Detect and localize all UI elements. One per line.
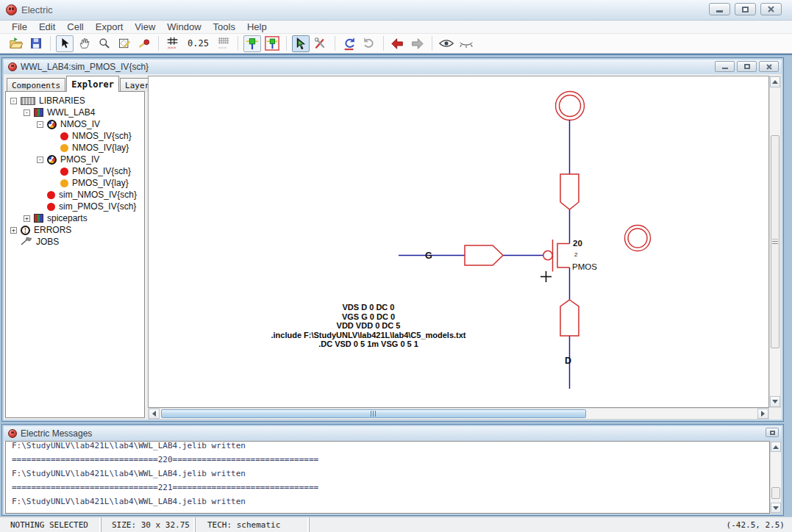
schematic-restore-button[interactable]: [737, 61, 757, 72]
collapse-toggle[interactable]: -: [10, 98, 17, 104]
tree-item-sim-nmos-iv-sch[interactable]: sim_NMOS_IV{sch}: [6, 189, 144, 201]
measure-icon[interactable]: [135, 35, 153, 52]
menu-cell[interactable]: Cell: [61, 21, 89, 32]
messages-vertical-scrollbar[interactable]: [770, 441, 782, 514]
collapse-toggle[interactable]: -: [37, 121, 43, 128]
scroll-right-button[interactable]: [757, 409, 768, 419]
menu-window[interactable]: Window: [161, 21, 207, 32]
pan-hand-icon[interactable]: [76, 35, 93, 52]
collapse-toggle[interactable]: -: [24, 109, 30, 116]
tree-item-errors[interactable]: +!ERRORS: [6, 224, 144, 236]
canvas-horizontal-scrollbar[interactable]: [148, 408, 769, 420]
schematic-canvas[interactable]: G 20 2 PMOS D VDS D 0 DC 0 VGS G 0 DC 0 …: [148, 76, 769, 408]
schematic-minimize-button[interactable]: [715, 61, 735, 72]
tree-item-pmos-iv-sch[interactable]: PMOS_IV{sch}: [6, 165, 144, 177]
tab-explorer[interactable]: Explorer: [66, 76, 119, 92]
expand-toggle[interactable]: +: [10, 227, 17, 234]
select-cursor-icon[interactable]: [56, 35, 74, 52]
menu-edit[interactable]: Edit: [33, 21, 61, 32]
status-technology: TECH: schematic: [195, 517, 309, 532]
scroll-up-button[interactable]: [770, 76, 780, 87]
drain-label[interactable]: D: [565, 356, 571, 366]
tree-item-nmos-iv-lay[interactable]: NMOS_IV{lay}: [6, 142, 144, 154]
menu-file[interactable]: File: [6, 21, 33, 32]
export-pin-icon[interactable]: [243, 35, 261, 52]
pmos-transistor[interactable]: [543, 240, 570, 272]
collapse-toggle[interactable]: -: [37, 157, 43, 163]
undo-icon[interactable]: [340, 35, 358, 52]
scroll-up-button[interactable]: [771, 442, 781, 452]
library-icon: [34, 214, 43, 223]
tree-item-libraries[interactable]: -LIBRARIES: [6, 95, 144, 107]
messages-restore-button[interactable]: [766, 428, 779, 437]
messages-title-bar[interactable]: Electric Messages: [4, 426, 782, 441]
message-line: F:\StudyUNLV\lab421L\lab4\WWL_LAB4.jelib…: [12, 441, 769, 453]
schematic-close-button[interactable]: [759, 61, 779, 72]
minimize-icon: [716, 10, 723, 12]
tree-item-pmos-iv[interactable]: -PMOS_IV: [6, 154, 144, 165]
menu-export[interactable]: Export: [90, 21, 129, 32]
tree-item-nmos-iv[interactable]: -NMOS_IV: [6, 118, 144, 130]
export-pin-frame-icon[interactable]: [263, 35, 281, 52]
scroll-left-button[interactable]: [149, 409, 160, 419]
arrow-up-icon: [772, 80, 778, 84]
tree-item-label: ERRORS: [34, 225, 71, 235]
tree-item-label: JOBS: [36, 237, 59, 247]
preferences-tools-icon[interactable]: [312, 35, 329, 52]
go-forward-icon[interactable]: [409, 35, 427, 52]
expand-toggle[interactable]: +: [24, 215, 30, 222]
scroll-down-button[interactable]: [771, 503, 781, 513]
gate-export-arrow: [465, 245, 503, 265]
arrow-left-icon: [152, 411, 156, 417]
menu-help[interactable]: Help: [241, 21, 273, 32]
zoom-icon[interactable]: [96, 35, 113, 52]
cellgroup-icon: [47, 120, 57, 129]
spare-power-symbol[interactable]: [625, 226, 651, 251]
tree-item-wwl-lab4[interactable]: -WWL_LAB4: [6, 107, 144, 118]
tree-item-label: sim_NMOS_IV{sch}: [59, 190, 137, 200]
side-panel: Components Explorer Layers -LIBRARIES-WW…: [5, 76, 146, 420]
menu-tools[interactable]: Tools: [207, 21, 241, 32]
power-symbol[interactable]: [556, 92, 585, 121]
menu-view[interactable]: View: [129, 21, 161, 32]
vertical-scroll-thumb[interactable]: [771, 487, 780, 499]
expand-display-eye-icon[interactable]: [438, 35, 455, 52]
toolbar: >>> 0.25 <<<: [0, 34, 792, 54]
outline-edit-icon[interactable]: [115, 35, 133, 52]
restore-button[interactable]: [735, 3, 756, 15]
minimize-button[interactable]: [709, 3, 730, 15]
schematic-window-title-bar[interactable]: WWL_LAB4:sim_PMOS_IV{sch}: [4, 60, 782, 74]
message-line: ==============================220=======…: [12, 453, 769, 467]
tree-item-spiceparts[interactable]: +spiceparts: [6, 212, 144, 224]
collapse-display-eye-closed-icon[interactable]: [457, 35, 475, 52]
length-label[interactable]: 2: [574, 251, 578, 258]
spice-annotation[interactable]: VDS D 0 DC 0 VGS G 0 DC 0 VDD VDD 0 DC 5…: [271, 303, 465, 348]
sch-icon: [60, 132, 68, 140]
vdd-export-arrow: [560, 174, 579, 209]
grid-fine-icon[interactable]: <<<: [215, 35, 232, 52]
close-button[interactable]: [760, 3, 782, 15]
title-bar[interactable]: Electric: [0, 0, 792, 21]
tree-item-jobs[interactable]: JOBS: [6, 236, 144, 248]
grid-size-value[interactable]: 0.25: [184, 38, 213, 48]
messages-list[interactable]: F:\StudyUNLV\lab421L\lab4\WWL_LAB4.jelib…: [5, 441, 770, 514]
scroll-down-button[interactable]: [770, 396, 780, 407]
horizontal-scroll-thumb[interactable]: [161, 409, 586, 418]
device-label[interactable]: PMOS: [572, 262, 597, 271]
mdi-area: WWL_LAB4:sim_PMOS_IV{sch} Components Exp…: [0, 54, 792, 517]
tree-item-sim-pmos-iv-sch[interactable]: sim_PMOS_IV{sch}: [6, 201, 144, 212]
open-library-icon[interactable]: [7, 35, 25, 52]
gate-label[interactable]: G: [425, 251, 432, 261]
tree-item-nmos-iv-sch[interactable]: NMOS_IV{sch}: [6, 130, 144, 142]
click-zoom-wire-cursor-icon[interactable]: [292, 35, 310, 52]
canvas-vertical-scrollbar[interactable]: [769, 76, 781, 408]
save-library-icon[interactable]: [27, 35, 45, 52]
tab-components[interactable]: Components: [7, 78, 65, 92]
redo-icon[interactable]: [360, 35, 378, 52]
tree-item-pmos-iv-lay[interactable]: PMOS_IV{lay}: [6, 177, 144, 189]
go-back-icon[interactable]: [389, 35, 407, 52]
vertical-scroll-thumb[interactable]: [771, 135, 779, 348]
width-label[interactable]: 20: [573, 239, 582, 248]
grid-coarse-icon[interactable]: >>>: [164, 35, 182, 52]
errors-icon: !: [21, 226, 30, 235]
